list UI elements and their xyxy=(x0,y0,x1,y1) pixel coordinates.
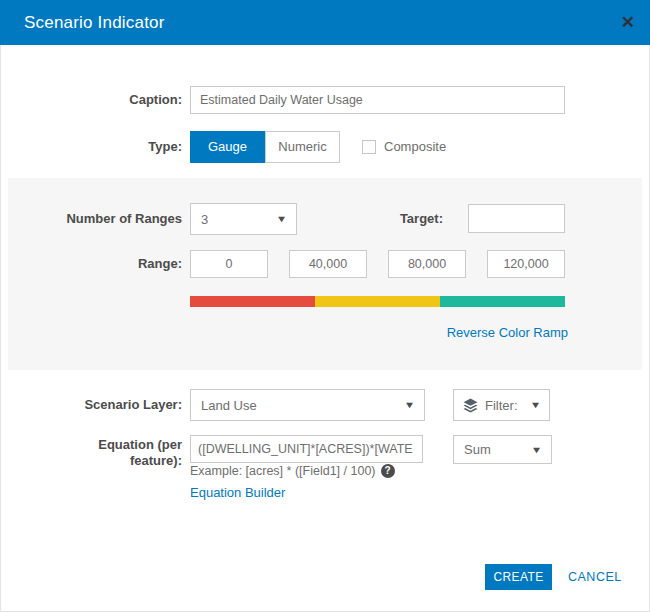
composite-checkbox[interactable] xyxy=(362,140,376,154)
dialog-title: Scenario Indicator xyxy=(24,0,165,45)
caret-down-icon: ▼ xyxy=(530,400,542,410)
layers-icon xyxy=(463,398,478,413)
filter-label: Filter: xyxy=(485,398,518,413)
caption-label: Caption: xyxy=(0,86,182,114)
cancel-button[interactable]: CANCEL xyxy=(568,564,622,590)
aggregation-value: Sum xyxy=(464,442,491,457)
equation-input[interactable] xyxy=(190,435,423,463)
scenario-layer-label: Scenario Layer: xyxy=(0,389,182,421)
help-icon[interactable]: ? xyxy=(381,464,395,478)
type-label: Type: xyxy=(0,131,182,163)
range-input-3[interactable] xyxy=(388,250,466,278)
target-input[interactable] xyxy=(468,204,565,233)
dialog-header: Scenario Indicator ✕ xyxy=(0,0,650,45)
type-gauge-button[interactable]: Gauge xyxy=(190,131,265,163)
scenario-layer-select[interactable]: Land Use ▼ xyxy=(190,389,425,421)
equation-label: Equation (per feature): xyxy=(0,437,182,469)
scenario-layer-value: Land Use xyxy=(201,398,257,413)
target-label: Target: xyxy=(288,204,443,234)
scenario-indicator-dialog: Scenario Indicator ✕ Caption: Type: Gaug… xyxy=(0,0,650,612)
caret-down-icon: ▼ xyxy=(404,400,416,410)
number-of-ranges-select[interactable]: 3 ▼ xyxy=(190,203,297,235)
composite-label: Composite xyxy=(384,131,446,163)
caret-down-icon: ▼ xyxy=(531,445,543,455)
range-input-2[interactable] xyxy=(289,250,367,278)
equation-example-text: Example: [acres] * ([Field1] / 100) xyxy=(190,464,376,478)
range-label: Range: xyxy=(8,250,182,278)
aggregation-select[interactable]: Sum ▼ xyxy=(453,435,552,464)
equation-example: Example: [acres] * ([Field1] / 100) ? xyxy=(190,464,395,478)
caret-down-icon: ▼ xyxy=(276,214,288,224)
range-input-1[interactable] xyxy=(190,250,268,278)
close-icon[interactable]: ✕ xyxy=(621,0,635,45)
type-numeric-button[interactable]: Numeric xyxy=(265,131,340,163)
ramp-segment-yellow xyxy=(315,296,440,307)
color-ramp-bar xyxy=(190,296,565,307)
ramp-segment-red xyxy=(190,296,315,307)
reverse-color-ramp-link[interactable]: Reverse Color Ramp xyxy=(447,325,568,340)
equation-label-line1: Equation (per xyxy=(98,437,182,452)
filter-dropdown[interactable]: Filter: ▼ xyxy=(453,389,550,421)
number-of-ranges-label: Number of Ranges xyxy=(8,203,182,235)
number-of-ranges-value: 3 xyxy=(201,212,208,227)
equation-builder-link[interactable]: Equation Builder xyxy=(190,485,285,500)
create-button[interactable]: CREATE xyxy=(485,564,552,590)
ramp-segment-green xyxy=(440,296,565,307)
equation-label-line2: feature): xyxy=(130,453,182,468)
ranges-panel: Number of Ranges 3 ▼ Target: Range: Reve… xyxy=(8,178,642,370)
caption-input[interactable] xyxy=(190,86,565,114)
range-input-4[interactable] xyxy=(487,250,565,278)
